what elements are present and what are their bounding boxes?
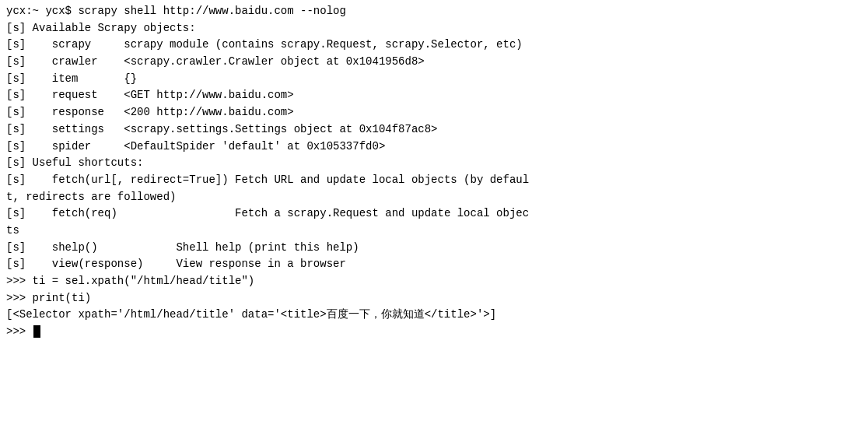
terminal-line: [s] item {}: [6, 71, 862, 88]
terminal-line: [s] response <200 http://www.baidu.com>: [6, 104, 862, 121]
terminal-line: [s] Available Scrapy objects:: [6, 20, 862, 37]
terminal-line: [s] request <GET http://www.baidu.com>: [6, 87, 862, 104]
terminal-line: [s] crawler <scrapy.crawler.Crawler obje…: [6, 54, 862, 71]
terminal-line: ycx:~ ycx$ scrapy shell http://www.baidu…: [6, 3, 862, 20]
terminal-line: [s] spider <DefaultSpider 'default' at 0…: [6, 139, 862, 156]
terminal-line: >>> print(ti): [6, 290, 862, 307]
terminal-cursor: [33, 325, 40, 338]
terminal-line: [s] shelp() Shell help (print this help): [6, 240, 862, 257]
terminal-line: [s] fetch(url[, redirect=True]) Fetch UR…: [6, 172, 862, 189]
terminal: ycx:~ ycx$ scrapy shell http://www.baidu…: [0, 0, 868, 442]
terminal-line: [s] Useful shortcuts:: [6, 155, 862, 172]
terminal-line: >>> ti = sel.xpath("/html/head/title"): [6, 273, 862, 290]
terminal-line: [s] view(response) View response in a br…: [6, 256, 862, 273]
terminal-line: t, redirects are followed): [6, 189, 862, 206]
terminal-line: >>>: [6, 324, 862, 341]
terminal-line: ts: [6, 223, 862, 240]
terminal-line: [s] scrapy scrapy module (contains scrap…: [6, 37, 862, 54]
terminal-line: [<Selector xpath='/html/head/title' data…: [6, 307, 862, 324]
terminal-line: [s] fetch(req) Fetch a scrapy.Request an…: [6, 205, 862, 223]
terminal-line: [s] settings <scrapy.settings.Settings o…: [6, 121, 862, 139]
